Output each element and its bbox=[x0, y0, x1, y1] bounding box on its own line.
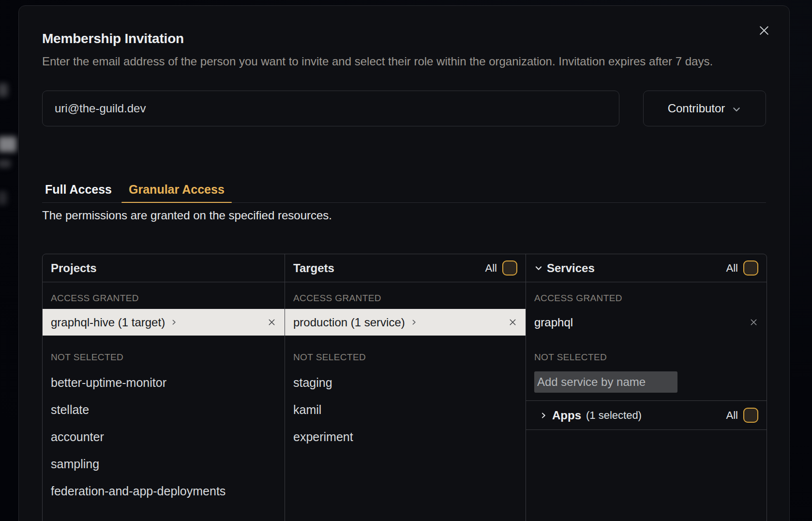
services-all-checkbox[interactable] bbox=[743, 260, 758, 276]
close-button[interactable] bbox=[757, 24, 771, 37]
x-icon bbox=[508, 318, 517, 327]
remove-project-button[interactable] bbox=[267, 318, 276, 327]
apps-all-checkbox[interactable] bbox=[743, 408, 758, 423]
apps-section-row[interactable]: Apps (1 selected) All bbox=[526, 400, 767, 430]
project-list-item[interactable]: accounter bbox=[43, 423, 285, 450]
selected-target-row[interactable]: production (1 service) bbox=[285, 309, 526, 336]
tab-full-access[interactable]: Full Access bbox=[38, 177, 119, 202]
apps-label: Apps bbox=[552, 409, 581, 422]
membership-invitation-dialog: Membership Invitation Enter the email ad… bbox=[18, 5, 790, 521]
targets-header: Targets All bbox=[285, 254, 526, 282]
targets-column: ACCESS GRANTED production (1 service) NO… bbox=[285, 282, 526, 521]
invite-form-row: Contributor bbox=[42, 91, 766, 126]
services-access-granted-label: ACCESS GRANTED bbox=[526, 282, 767, 309]
apps-all-label: All bbox=[726, 409, 738, 422]
apps-selected-count: (1 selected) bbox=[586, 409, 642, 422]
targets-all-checkbox[interactable] bbox=[502, 260, 517, 276]
background-artifact bbox=[0, 160, 11, 168]
projects-not-selected-label: NOT SELECTED bbox=[43, 336, 285, 369]
project-list-item[interactable]: sampling bbox=[43, 450, 285, 477]
services-all-label: All bbox=[726, 262, 738, 275]
chevron-right-icon bbox=[170, 319, 178, 326]
targets-list: staging kamil experiment bbox=[285, 369, 526, 450]
projects-header: Projects bbox=[43, 254, 285, 282]
remove-target-button[interactable] bbox=[508, 318, 517, 327]
targets-access-granted-label: ACCESS GRANTED bbox=[285, 282, 526, 309]
projects-access-granted-label: ACCESS GRANTED bbox=[43, 282, 285, 309]
dialog-description: Enter the email address of the person yo… bbox=[42, 53, 767, 70]
project-list-item[interactable]: federation-and-app-deployments bbox=[43, 477, 285, 505]
chevron-right-icon bbox=[410, 319, 418, 326]
target-list-item[interactable]: staging bbox=[285, 369, 526, 396]
selected-project-row[interactable]: graphql-hive (1 target) bbox=[43, 309, 285, 336]
project-list-item[interactable]: better-uptime-monitor bbox=[43, 369, 285, 396]
access-tabs: Full Access Granular Access bbox=[42, 177, 766, 203]
role-select[interactable]: Contributor bbox=[643, 91, 766, 126]
role-select-value: Contributor bbox=[668, 102, 725, 115]
services-header: Services All bbox=[526, 254, 767, 282]
services-column: ACCESS GRANTED graphql NOT SELECTED Ap bbox=[526, 282, 767, 521]
projects-list: better-uptime-monitor stellate accounter… bbox=[43, 369, 285, 505]
services-not-selected-label: NOT SELECTED bbox=[526, 336, 767, 369]
targets-not-selected-label: NOT SELECTED bbox=[285, 336, 526, 369]
x-icon bbox=[267, 318, 276, 327]
services-title: Services bbox=[547, 261, 595, 275]
permissions-note: The permissions are granted on the speci… bbox=[42, 207, 766, 224]
chevron-down-icon bbox=[732, 105, 741, 114]
remove-service-button[interactable] bbox=[749, 318, 758, 327]
background-artifact bbox=[0, 191, 7, 205]
services-collapse-chevron-down-icon[interactable] bbox=[534, 264, 543, 273]
close-icon bbox=[758, 24, 770, 37]
projects-column: ACCESS GRANTED graphql-hive (1 target) N… bbox=[43, 282, 285, 521]
add-service-input[interactable] bbox=[534, 371, 677, 393]
project-list-item[interactable]: stellate bbox=[43, 396, 285, 423]
target-list-item[interactable]: experiment bbox=[285, 423, 526, 450]
chevron-right-icon bbox=[540, 412, 547, 419]
target-list-item[interactable]: kamil bbox=[285, 396, 526, 423]
selected-service-name: graphql bbox=[534, 316, 573, 329]
background-artifact bbox=[0, 137, 16, 152]
targets-title: Targets bbox=[293, 261, 334, 275]
dialog-title: Membership Invitation bbox=[42, 31, 766, 46]
tab-granular-access[interactable]: Granular Access bbox=[121, 177, 232, 202]
resource-picker: Projects Targets All Services All bbox=[42, 254, 767, 521]
resource-picker-body: ACCESS GRANTED graphql-hive (1 target) N… bbox=[43, 282, 767, 521]
email-field[interactable] bbox=[42, 91, 619, 126]
selected-project-name: graphql-hive (1 target) bbox=[51, 316, 165, 329]
targets-all-label: All bbox=[485, 262, 497, 275]
selected-target-name: production (1 service) bbox=[293, 316, 405, 329]
selected-service-row[interactable]: graphql bbox=[526, 309, 767, 336]
projects-title: Projects bbox=[51, 261, 97, 275]
x-icon bbox=[749, 318, 758, 327]
background-artifact bbox=[0, 83, 8, 97]
resource-picker-header: Projects Targets All Services All bbox=[43, 254, 767, 282]
